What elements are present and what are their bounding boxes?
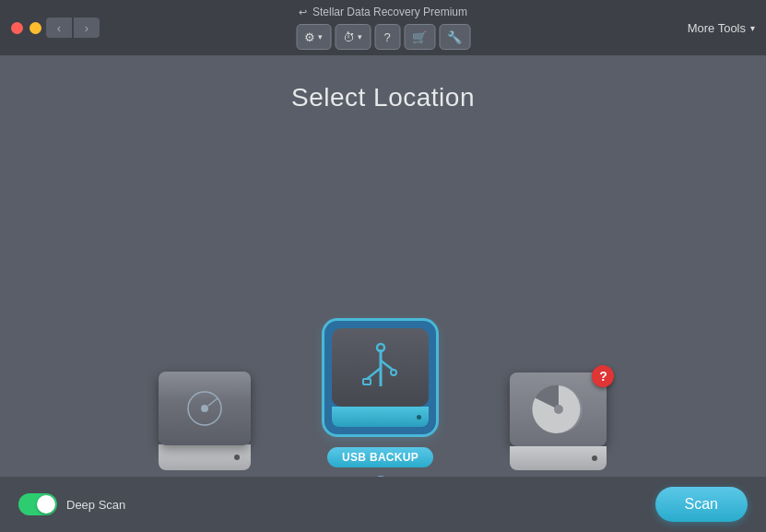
bottom-bar: Deep Scan Scan [0,477,766,532]
back-button[interactable]: ‹ [46,18,72,38]
titlebar-center: ↩ Stellar Data Recovery Premium ⚙ ▾ ⏱ ▾ … [296,6,470,50]
svg-line-2 [208,398,218,406]
minimize-button[interactable] [29,22,41,34]
question-icon: ? [383,30,390,44]
svg-point-8 [391,370,396,375]
toggle-track[interactable] [18,493,57,515]
more-tools-button[interactable]: More Tools ▾ [688,21,755,35]
page-title: Select Location [291,83,475,112]
more-tools-label: More Tools [688,21,746,35]
pie-chart-svg [531,382,586,437]
usb-symbol-svg [358,340,404,396]
time-dropdown-icon: ▾ [358,32,362,41]
help-button[interactable]: ? [374,24,400,50]
drives-container: Macintosh HD [159,159,607,495]
main-content: Select Location Macintosh HD [0,55,766,532]
cart-button[interactable]: 🛒 [404,24,435,50]
deep-scan-label: Deep Scan [66,498,125,512]
app-title: Stellar Data Recovery Premium [312,6,467,18]
usb-label-badge: USB BACKUP [327,447,433,467]
hdd-led [234,455,240,460]
hdd-icon-svg [182,385,228,432]
drive-macintosh-hd-icon [159,372,251,470]
svg-point-10 [554,405,563,414]
toolbar-buttons: ⚙ ▾ ⏱ ▾ ? 🛒 🔧 [296,24,470,50]
usb-body [332,328,429,407]
pie-led [592,455,597,461]
pie-body [510,372,607,446]
svg-line-4 [367,368,381,379]
settings-button[interactable]: ⚙ ▾ [296,24,331,50]
more-tools-chevron-icon: ▾ [750,23,755,33]
hdd-body [159,372,251,445]
undo-icon: ↩ [299,6,307,18]
clock-icon: ⏱ [343,30,355,44]
deep-scan-toggle[interactable]: Deep Scan [18,493,125,515]
pie-bottom [510,446,607,470]
svg-point-6 [377,344,384,351]
svg-rect-7 [363,379,371,384]
app-title-area: ↩ Stellar Data Recovery Premium [299,6,467,18]
usb-led [417,415,421,420]
scan-button[interactable]: Scan [655,487,748,522]
wrench-button[interactable]: 🔧 [439,24,470,50]
usb-bottom-strip [332,407,429,427]
wrench-icon: 🔧 [447,30,462,44]
drive-cant-find-icon: ? [510,372,607,470]
drive-usb-backup[interactable]: USB BACKUP ⓘ [324,321,436,495]
svg-point-1 [201,405,208,412]
drive-usb-icon-wrap [324,321,436,434]
question-badge: ? [592,365,614,387]
toggle-thumb [37,495,55,514]
titlebar: ‹ › ↩ Stellar Data Recovery Premium ⚙ ▾ … [0,0,766,55]
gear-icon: ⚙ [304,30,315,44]
recent-button[interactable]: ⏱ ▾ [335,24,371,50]
cart-icon: 🛒 [412,30,427,44]
gear-dropdown-icon: ▾ [318,32,323,41]
close-button[interactable] [11,22,23,34]
usb-outer [324,321,436,434]
svg-line-5 [381,361,393,370]
hdd-bottom [159,444,251,470]
nav-buttons: ‹ › [46,18,100,38]
forward-button[interactable]: › [74,18,100,38]
